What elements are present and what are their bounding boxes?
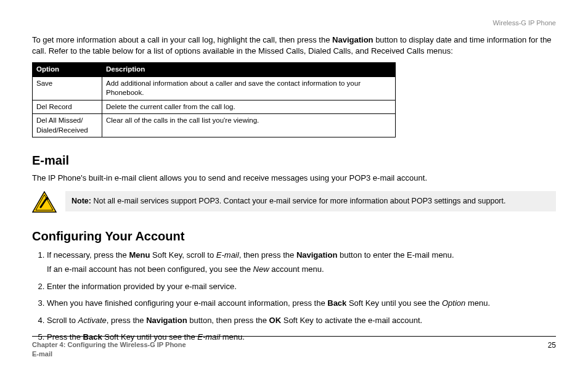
step-italic: New — [253, 264, 269, 274]
email-body: The IP Phone's built-in e-mail client al… — [32, 173, 556, 184]
footer-section: E-mail — [32, 350, 186, 359]
list-item: When you have finished configuring your … — [47, 298, 556, 309]
cell-desc: Clear all of the calls in the call list … — [102, 114, 396, 137]
cell-option: Del All Missed/ Dialed/Received — [33, 114, 102, 137]
step-italic: E-mail — [216, 250, 239, 260]
warning-icon — [32, 191, 57, 213]
cell-desc: Delete the current caller from the call … — [102, 100, 396, 114]
list-item: Enter the information provided by your e… — [47, 281, 556, 292]
step-text: Enter the information provided by your e… — [47, 282, 237, 291]
footer-left: Chapter 4: Configuring the Wireless-G IP… — [32, 340, 186, 359]
note-text: Not all e-mail services support POP3. Co… — [91, 197, 506, 205]
heading-configuring: Configuring Your Account — [32, 228, 556, 245]
note-row: Note: Not all e-mail services support PO… — [32, 191, 556, 213]
step-text: menu. — [465, 298, 490, 308]
step-text: Soft Key, scroll to — [150, 250, 216, 260]
step-text: , then press the — [239, 250, 296, 260]
table-row: Del Record Delete the current caller fro… — [33, 100, 396, 114]
step-bold: OK — [269, 316, 282, 325]
footer-chapter: Chapter 4: Configuring the Wireless-G IP… — [32, 340, 186, 350]
table-header-row: Option Description — [33, 63, 396, 77]
step-bold: Menu — [129, 250, 150, 260]
step-text: Scroll to — [47, 316, 78, 325]
options-table: Option Description Save Add additional i… — [32, 62, 396, 137]
note-box: Note: Not all e-mail services support PO… — [65, 191, 556, 211]
table-row: Del All Missed/ Dialed/Received Clear al… — [33, 114, 396, 137]
step-bold: Back — [327, 298, 346, 308]
intro-paragraph: To get more information about a call in … — [32, 35, 556, 56]
step-text: button to enter the E-mail menu. — [337, 250, 454, 260]
footer-page-number: 25 — [548, 340, 556, 350]
svg-point-2 — [46, 197, 49, 200]
document-page: Wireless-G IP Phone To get more informat… — [0, 0, 588, 381]
step-text: button, then press the — [187, 316, 269, 325]
header-option: Option — [33, 63, 102, 77]
step-subtext: If an e-mail account has not been config… — [47, 264, 556, 275]
step-text: , press the — [107, 316, 146, 325]
list-item: Scroll to Activate, press the Navigation… — [47, 315, 556, 326]
list-item: If necessary, press the Menu Soft Key, s… — [47, 250, 556, 275]
note-label: Note: — [71, 197, 91, 205]
step-text: If an e-mail account has not been config… — [47, 264, 253, 274]
step-text: If necessary, press the — [47, 250, 129, 260]
step-italic: Activate — [78, 316, 107, 325]
steps-list: If necessary, press the Menu Soft Key, s… — [32, 250, 556, 343]
product-name: Wireless-G IP Phone — [492, 18, 556, 28]
cell-desc: Add additional information about a calle… — [102, 76, 396, 100]
step-italic: Option — [442, 298, 465, 308]
table-row: Save Add additional information about a … — [33, 76, 396, 100]
step-text: Soft Key until you see the — [346, 298, 442, 308]
page-footer: Chapter 4: Configuring the Wireless-G IP… — [32, 336, 556, 359]
step-text: Soft Key to activate the e-mail account. — [281, 316, 422, 325]
cell-option: Del Record — [33, 100, 102, 114]
intro-text-a: To get more information about a call in … — [32, 35, 332, 44]
step-bold: Navigation — [146, 316, 187, 325]
step-text: account menu. — [269, 264, 324, 274]
step-bold: Navigation — [296, 250, 337, 260]
step-text: When you have finished configuring your … — [47, 298, 327, 308]
intro-bold: Navigation — [332, 35, 373, 44]
heading-email: E-mail — [32, 152, 556, 169]
header-description: Description — [102, 63, 396, 77]
cell-option: Save — [33, 76, 102, 100]
